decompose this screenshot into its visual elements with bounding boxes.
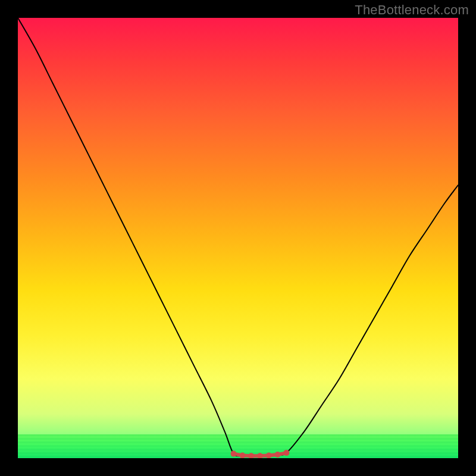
valley-marker xyxy=(266,453,272,458)
valley-marker xyxy=(283,450,289,456)
curve-group xyxy=(18,18,458,458)
valley-marker xyxy=(257,453,263,458)
valley-marker xyxy=(231,451,237,457)
bottleneck-curve xyxy=(18,18,458,456)
watermark-text: TheBottleneck.com xyxy=(355,2,469,18)
valley-marker xyxy=(248,453,254,458)
chart-frame xyxy=(18,18,458,458)
chart-svg xyxy=(18,18,458,458)
valley-marker xyxy=(275,452,281,458)
